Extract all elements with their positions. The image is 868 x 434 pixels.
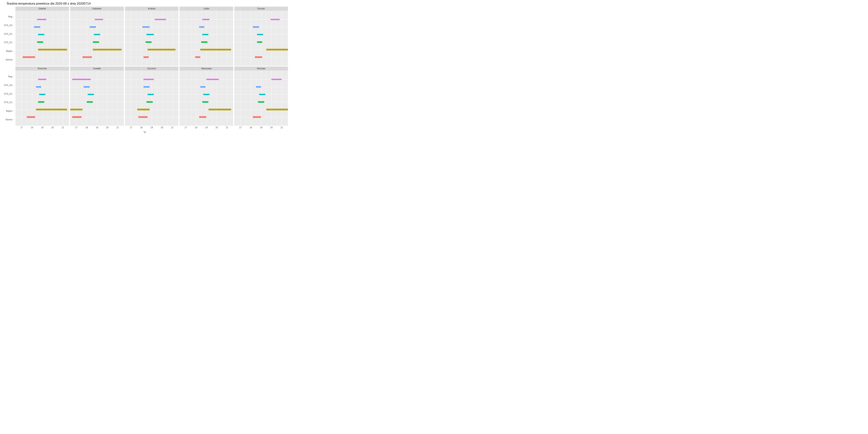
range-bar bbox=[137, 108, 150, 110]
range-bar bbox=[155, 19, 166, 20]
facet-panel: Warszawa1718192021 bbox=[180, 66, 233, 130]
plot-area bbox=[180, 11, 233, 66]
range-bar bbox=[93, 41, 99, 43]
range-bar bbox=[144, 86, 150, 88]
y-axis: Reg -CFS_E3 -CFS_E2 -CFS_E1 -Bayes -Norm… bbox=[1, 7, 14, 66]
range-bar bbox=[199, 116, 206, 118]
range-bar bbox=[70, 108, 83, 110]
x-tick-label: 17 bbox=[184, 126, 187, 129]
range-bar bbox=[36, 108, 67, 110]
x-tick-label: 18 bbox=[250, 126, 252, 129]
facet-panel: Gdańsk bbox=[16, 7, 69, 66]
range-bar bbox=[38, 49, 67, 50]
facet-panel: Rzeszów1718192021 bbox=[16, 66, 69, 130]
range-bar bbox=[195, 56, 200, 58]
range-bar bbox=[144, 56, 149, 58]
facet-strip-label: Kraków bbox=[125, 7, 179, 11]
range-bar bbox=[148, 94, 154, 95]
x-tick-label: 18 bbox=[195, 126, 197, 129]
y-tick-label: Bayes - bbox=[1, 110, 13, 112]
range-bar bbox=[87, 101, 93, 102]
range-bar bbox=[206, 79, 219, 80]
range-bar bbox=[138, 116, 148, 118]
x-tick-label: 20 bbox=[51, 126, 54, 129]
facet-panel: Lublin bbox=[180, 7, 233, 66]
facet-strip-label: Lublin bbox=[180, 7, 233, 11]
range-bar bbox=[36, 86, 41, 88]
plot-area bbox=[125, 11, 179, 66]
x-tick-label: 20 bbox=[216, 126, 218, 129]
range-bar bbox=[200, 86, 206, 88]
range-bar bbox=[72, 79, 91, 80]
x-tick-label: 20 bbox=[270, 126, 273, 129]
range-bar bbox=[266, 49, 288, 50]
range-bar bbox=[37, 41, 43, 43]
range-bar bbox=[38, 101, 44, 102]
range-bar bbox=[84, 86, 90, 88]
range-bar bbox=[23, 56, 35, 58]
range-bar bbox=[259, 94, 265, 95]
range-bar bbox=[202, 101, 209, 102]
facet-panel: Kraków bbox=[125, 7, 179, 66]
range-bar bbox=[95, 19, 103, 20]
range-bar bbox=[200, 49, 231, 50]
range-bar bbox=[203, 94, 210, 95]
range-bar bbox=[255, 56, 262, 58]
chart-title: Średnia temperatura powietrza dla 2020-0… bbox=[7, 2, 288, 5]
x-tick-label: 19 bbox=[151, 126, 153, 129]
x-tick-label: 18 bbox=[31, 126, 33, 129]
range-bar bbox=[271, 19, 280, 20]
x-tick-label: 19 bbox=[260, 126, 262, 129]
plot-area bbox=[70, 11, 124, 66]
facet-strip-label: Gdańsk bbox=[16, 7, 69, 11]
facet-panel: Katowice bbox=[70, 7, 124, 66]
range-bar bbox=[199, 26, 204, 28]
x-tick-label: 21 bbox=[226, 126, 228, 129]
facet-strip-label: Poznań bbox=[234, 7, 288, 11]
x-axis: 1718192021 bbox=[125, 126, 179, 130]
x-tick-label: 17 bbox=[239, 126, 242, 129]
y-tick-label: CFS_E1 - bbox=[1, 101, 13, 104]
facet-panel: Wrocław1718192021 bbox=[234, 66, 288, 130]
range-bar bbox=[34, 26, 40, 28]
x-tick-label: 21 bbox=[116, 126, 119, 129]
range-bar bbox=[202, 19, 210, 20]
range-bar bbox=[266, 108, 288, 110]
y-tick-label: Norma - bbox=[1, 58, 13, 61]
plot-area bbox=[234, 70, 288, 126]
plot-area bbox=[234, 11, 288, 66]
range-bar bbox=[209, 108, 231, 110]
range-bar bbox=[147, 101, 153, 102]
plot-area bbox=[180, 70, 233, 126]
y-tick-label: Reg - bbox=[1, 75, 13, 78]
facet-panel: Poznań bbox=[234, 7, 288, 66]
range-bar bbox=[72, 116, 82, 118]
range-bar bbox=[88, 94, 94, 95]
facet-grid: Reg -CFS_E3 -CFS_E2 -CFS_E1 -Bayes -Norm… bbox=[1, 7, 288, 130]
range-bar bbox=[83, 56, 92, 58]
range-bar bbox=[38, 34, 44, 35]
range-bar bbox=[253, 116, 261, 118]
x-tick-label: 18 bbox=[140, 126, 143, 129]
x-tick-label: 21 bbox=[281, 126, 283, 129]
y-tick-label: CFS_E1 - bbox=[1, 41, 13, 44]
y-tick-label: Bayes - bbox=[1, 50, 13, 52]
x-tick-label: 18 bbox=[86, 126, 88, 129]
x-axis: 1718192021 bbox=[16, 126, 69, 130]
range-bar bbox=[146, 41, 152, 43]
facet-strip-label: Szczecin bbox=[125, 66, 179, 70]
y-axis: Reg -CFS_E3 -CFS_E2 -CFS_E1 -Bayes -Norm… bbox=[1, 66, 14, 130]
range-bar bbox=[27, 116, 35, 118]
y-tick-label: CFS_E3 - bbox=[1, 24, 13, 27]
plot-area bbox=[70, 70, 124, 126]
range-bar bbox=[258, 101, 264, 102]
x-tick-label: 17 bbox=[130, 126, 132, 129]
range-bar bbox=[147, 34, 154, 35]
facet-strip-label: Rzeszów bbox=[16, 66, 69, 70]
x-tick-label: 17 bbox=[21, 126, 23, 129]
y-tick-label: CFS_E3 - bbox=[1, 84, 13, 87]
y-tick-label: CFS_E2 - bbox=[1, 93, 13, 95]
x-tick-label: 20 bbox=[106, 126, 108, 129]
facet-strip-label: Katowice bbox=[70, 7, 124, 11]
range-bar bbox=[271, 79, 282, 80]
